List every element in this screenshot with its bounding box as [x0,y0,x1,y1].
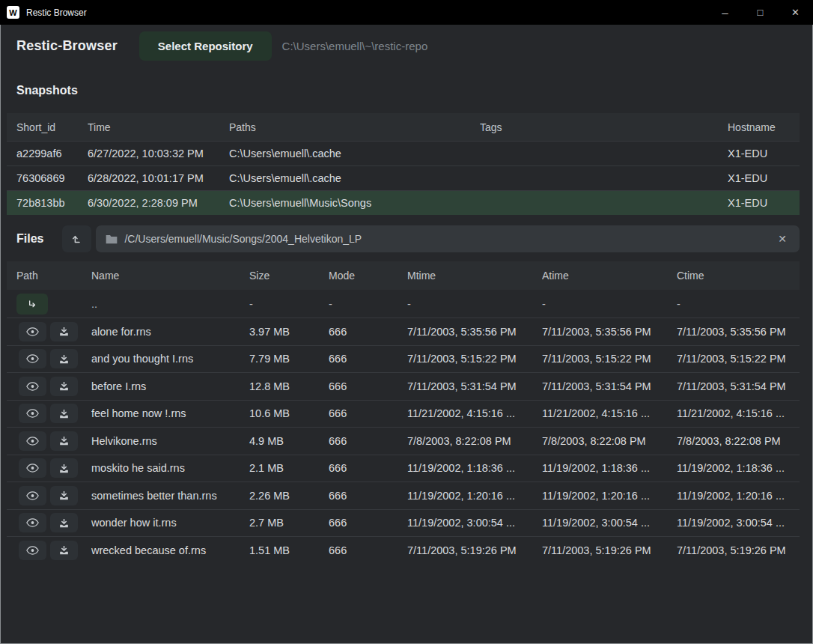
download-file-button[interactable] [50,431,78,451]
column-header-ctime: Ctime [677,270,800,282]
preview-file-button[interactable] [19,513,46,532]
app-window: W Restic Browser – □ ✕ Restic-Browser Se… [0,0,813,644]
download-icon [58,490,70,501]
parent-dir-ctime: - [677,298,800,310]
go-parent-button[interactable] [16,294,48,315]
download-file-button[interactable] [50,322,78,341]
download-icon [58,353,70,365]
column-header-mode: Mode [329,270,407,282]
column-header-atime: Atime [542,270,677,282]
close-button[interactable]: ✕ [778,0,813,25]
file-size: 2.1 MB [249,462,329,474]
preview-file-button[interactable] [19,349,46,368]
preview-file-button[interactable] [19,404,46,423]
preview-file-button[interactable] [19,322,46,341]
snapshot-paths: C:\Users\emuell\Music\Songs [229,197,480,209]
eye-icon [25,326,40,337]
snapshot-short-id: 72b813bb [16,197,88,209]
minimize-button[interactable]: – [707,0,743,25]
preview-file-button[interactable] [19,486,46,505]
file-row: sometimes better than.rns 2.26 MB 666 11… [7,482,800,509]
preview-file-button[interactable] [19,541,46,560]
file-row: Helvikone.rns 4.9 MB 666 7/8/2003, 8:22:… [7,427,800,455]
level-up-icon [70,232,84,246]
file-atime: 7/8/2003, 8:22:08 PM [542,435,677,447]
download-icon [58,435,70,446]
file-atime: 11/19/2002, 1:20:16 ... [542,490,677,502]
file-name: and you thought I.rns [91,353,249,365]
column-header-short-id: Short_id [16,121,88,133]
snapshot-row[interactable]: a2299af6 6/27/2022, 10:03:32 PM C:\Users… [7,141,800,165]
snapshot-row[interactable]: 76306869 6/28/2022, 10:01:17 PM C:\Users… [7,165,800,190]
file-name: moskito he said.rns [91,462,249,474]
parent-dir-row: .. - - - - - [7,290,800,318]
titlebar: W Restic Browser – □ ✕ [0,0,813,25]
snapshot-time: 6/28/2022, 10:01:17 PM [88,172,229,184]
download-file-button[interactable] [50,541,78,560]
preview-file-button[interactable] [19,377,46,396]
parent-arrow-icon [26,298,38,310]
file-ctime: 11/19/2002, 1:20:16 ... [677,490,800,502]
snapshot-short-id: 76306869 [16,172,88,184]
file-name: before I.rns [91,380,249,392]
preview-file-button[interactable] [19,458,46,478]
column-header-size: Size [249,270,329,282]
download-icon [58,326,70,337]
file-mtime: 7/11/2003, 5:35:56 PM [407,326,542,338]
snapshot-hostname: X1-EDU [728,172,800,184]
download-file-button[interactable] [50,404,78,423]
download-file-button[interactable] [50,458,78,478]
column-header-mtime: Mtime [407,270,542,282]
file-size: 2.26 MB [249,490,329,502]
file-name: sometimes better than.rns [91,490,249,502]
file-mtime: 7/11/2003, 5:15:22 PM [407,353,542,365]
download-icon [58,380,70,392]
file-row: moskito he said.rns 2.1 MB 666 11/19/200… [7,455,800,482]
snapshot-time: 6/30/2022, 2:28:09 PM [88,197,229,209]
file-mode: 666 [329,462,407,474]
snapshot-row[interactable]: 72b813bb 6/30/2022, 2:28:09 PM C:\Users\… [7,190,800,215]
file-name: wonder how it.rns [91,517,249,529]
parent-dir-name: .. [91,298,249,310]
path-breadcrumb[interactable]: /C/Users/emuell/Music/Songs/2004_Helveti… [96,225,800,252]
download-file-button[interactable] [50,513,78,532]
select-repository-button[interactable]: Select Repository [139,31,272,61]
file-mode: 666 [329,490,407,502]
file-mtime: 11/19/2002, 1:20:16 ... [407,490,542,502]
eye-icon [25,353,40,364]
file-size: 7.79 MB [249,353,329,365]
snapshots-title: Snapshots [16,84,797,99]
file-mode: 666 [329,435,407,447]
clear-path-button[interactable]: ✕ [775,231,790,246]
download-icon [58,544,70,556]
download-file-button[interactable] [50,377,78,396]
preview-file-button[interactable] [19,431,46,451]
snapshot-hostname: X1-EDU [728,197,800,209]
file-mtime: 11/21/2002, 4:15:16 ... [407,407,542,419]
download-file-button[interactable] [50,349,78,368]
parent-dir-atime: - [542,298,677,310]
maximize-button[interactable]: □ [743,0,778,25]
download-file-button[interactable] [50,486,78,505]
file-size: 10.6 MB [249,407,329,419]
files-rows: alone for.rns 3.97 MB 666 7/11/2003, 5:3… [7,318,800,564]
file-ctime: 7/11/2003, 5:19:26 PM [677,544,800,556]
file-atime: 7/11/2003, 5:31:54 PM [542,380,677,392]
file-mtime: 7/11/2003, 5:19:26 PM [407,544,542,556]
file-mode: 666 [329,544,407,556]
file-mtime: 11/19/2002, 1:18:36 ... [407,462,542,474]
column-header-tags: Tags [480,121,728,133]
download-icon [58,517,70,529]
file-ctime: 11/21/2002, 4:15:16 ... [677,407,800,419]
eye-icon [25,436,40,446]
snapshot-time: 6/27/2022, 10:03:32 PM [88,148,229,160]
file-mtime: 11/19/2002, 3:00:54 ... [407,517,542,529]
snapshots-table: Short_id Time Paths Tags Hostname a2299a… [7,113,800,215]
file-mode: 666 [329,353,407,365]
file-size: 3.97 MB [249,326,329,338]
file-size: 12.8 MB [249,380,329,392]
repository-path: C:\Users\emuell\~\restic-repo [282,40,428,52]
path-up-button[interactable] [62,225,91,252]
eye-icon [25,517,40,528]
column-header-path: Path [16,270,91,282]
